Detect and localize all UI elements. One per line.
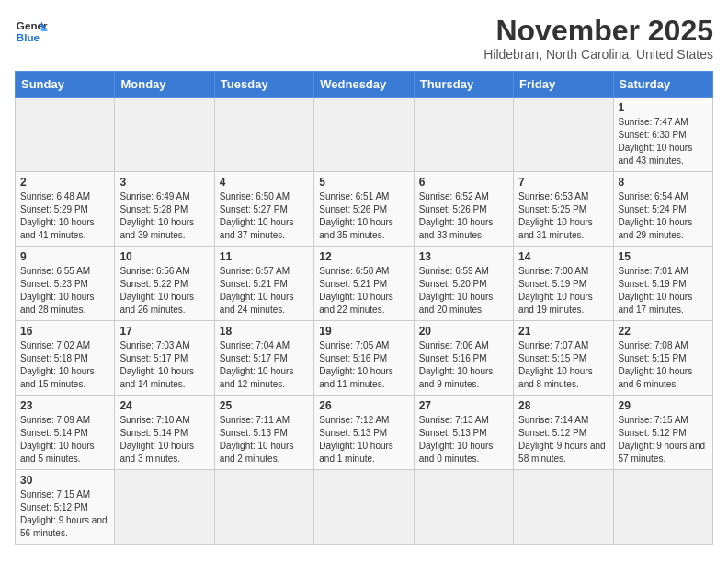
day-number: 22 xyxy=(619,325,708,338)
day-info: Sunrise: 6:58 AM Sunset: 5:21 PM Dayligh… xyxy=(319,265,408,316)
day-number: 20 xyxy=(419,325,508,338)
day-number: 6 xyxy=(419,176,508,189)
day-number: 15 xyxy=(619,250,708,263)
logo: General Blue xyxy=(15,15,48,48)
calendar-day-cell xyxy=(314,98,414,172)
calendar-day-cell: 21Sunrise: 7:07 AM Sunset: 5:15 PM Dayli… xyxy=(514,321,613,396)
calendar-day-cell: 5Sunrise: 6:51 AM Sunset: 5:26 PM Daylig… xyxy=(314,172,414,247)
day-number: 30 xyxy=(20,474,109,487)
day-number: 29 xyxy=(619,399,708,412)
calendar-day-cell xyxy=(214,470,313,545)
calendar-table: SundayMondayTuesdayWednesdayThursdayFrid… xyxy=(15,71,713,545)
day-info: Sunrise: 6:57 AM Sunset: 5:21 PM Dayligh… xyxy=(220,265,309,316)
calendar-day-cell: 6Sunrise: 6:52 AM Sunset: 5:26 PM Daylig… xyxy=(414,172,513,247)
day-number: 13 xyxy=(419,250,508,263)
calendar-day-cell: 16Sunrise: 7:02 AM Sunset: 5:18 PM Dayli… xyxy=(16,321,115,396)
calendar-day-cell: 18Sunrise: 7:04 AM Sunset: 5:17 PM Dayli… xyxy=(214,321,313,396)
title-block: November 2025 Hildebran, North Carolina,… xyxy=(483,15,713,62)
weekday-header: Sunday xyxy=(16,72,115,98)
day-info: Sunrise: 7:47 AM Sunset: 6:30 PM Dayligh… xyxy=(619,116,708,167)
day-info: Sunrise: 6:51 AM Sunset: 5:26 PM Dayligh… xyxy=(319,190,408,242)
day-number: 21 xyxy=(518,325,608,338)
day-number: 17 xyxy=(119,325,209,338)
calendar-day-cell: 14Sunrise: 7:00 AM Sunset: 5:19 PM Dayli… xyxy=(514,247,613,321)
day-info: Sunrise: 6:50 AM Sunset: 5:27 PM Dayligh… xyxy=(220,190,309,242)
day-number: 9 xyxy=(20,250,109,263)
calendar-day-cell: 1Sunrise: 7:47 AM Sunset: 6:30 PM Daylig… xyxy=(613,98,712,172)
day-info: Sunrise: 7:14 AM Sunset: 5:12 PM Dayligh… xyxy=(518,414,608,465)
calendar-day-cell xyxy=(414,98,513,172)
day-info: Sunrise: 6:55 AM Sunset: 5:23 PM Dayligh… xyxy=(20,265,109,316)
calendar-day-cell: 8Sunrise: 6:54 AM Sunset: 5:24 PM Daylig… xyxy=(613,172,712,247)
day-info: Sunrise: 7:03 AM Sunset: 5:17 PM Dayligh… xyxy=(119,339,209,391)
weekday-header: Thursday xyxy=(414,72,513,98)
svg-text:Blue: Blue xyxy=(17,31,40,43)
calendar-day-cell: 2Sunrise: 6:48 AM Sunset: 5:29 PM Daylig… xyxy=(16,172,115,247)
calendar-day-cell: 15Sunrise: 7:01 AM Sunset: 5:19 PM Dayli… xyxy=(613,247,712,321)
day-info: Sunrise: 6:54 AM Sunset: 5:24 PM Dayligh… xyxy=(619,190,708,242)
day-info: Sunrise: 6:52 AM Sunset: 5:26 PM Dayligh… xyxy=(419,190,508,242)
day-info: Sunrise: 7:07 AM Sunset: 5:15 PM Dayligh… xyxy=(518,339,608,391)
day-number: 8 xyxy=(619,176,708,189)
day-number: 1 xyxy=(619,101,708,114)
calendar-day-cell: 17Sunrise: 7:03 AM Sunset: 5:17 PM Dayli… xyxy=(115,321,214,396)
day-info: Sunrise: 7:12 AM Sunset: 5:13 PM Dayligh… xyxy=(319,414,408,465)
calendar-day-cell: 28Sunrise: 7:14 AM Sunset: 5:12 PM Dayli… xyxy=(514,396,613,470)
calendar-day-cell: 10Sunrise: 6:56 AM Sunset: 5:22 PM Dayli… xyxy=(115,247,214,321)
calendar-day-cell xyxy=(214,98,313,172)
calendar-day-cell: 11Sunrise: 6:57 AM Sunset: 5:21 PM Dayli… xyxy=(214,247,313,321)
calendar-day-cell: 24Sunrise: 7:10 AM Sunset: 5:14 PM Dayli… xyxy=(115,396,214,470)
day-info: Sunrise: 7:05 AM Sunset: 5:16 PM Dayligh… xyxy=(319,339,408,391)
day-info: Sunrise: 7:08 AM Sunset: 5:15 PM Dayligh… xyxy=(619,339,708,391)
day-info: Sunrise: 7:09 AM Sunset: 5:14 PM Dayligh… xyxy=(20,414,109,465)
calendar-day-cell: 30Sunrise: 7:15 AM Sunset: 5:12 PM Dayli… xyxy=(16,470,115,545)
day-info: Sunrise: 7:11 AM Sunset: 5:13 PM Dayligh… xyxy=(220,414,309,465)
calendar-week-row: 23Sunrise: 7:09 AM Sunset: 5:14 PM Dayli… xyxy=(16,396,713,470)
weekday-header: Saturday xyxy=(613,72,712,98)
calendar-day-cell: 22Sunrise: 7:08 AM Sunset: 5:15 PM Dayli… xyxy=(613,321,712,396)
calendar-day-cell xyxy=(514,470,613,545)
day-number: 28 xyxy=(518,399,608,412)
calendar-week-row: 1Sunrise: 7:47 AM Sunset: 6:30 PM Daylig… xyxy=(16,98,713,172)
weekday-header: Friday xyxy=(514,72,613,98)
calendar-day-cell: 20Sunrise: 7:06 AM Sunset: 5:16 PM Dayli… xyxy=(414,321,513,396)
location: Hildebran, North Carolina, United States xyxy=(483,47,713,62)
calendar-day-cell: 7Sunrise: 6:53 AM Sunset: 5:25 PM Daylig… xyxy=(514,172,613,247)
day-number: 19 xyxy=(319,325,408,338)
calendar-day-cell xyxy=(16,98,115,172)
calendar-day-cell xyxy=(414,470,513,545)
weekday-header: Wednesday xyxy=(314,72,414,98)
day-number: 14 xyxy=(518,250,608,263)
day-number: 12 xyxy=(319,250,408,263)
calendar-day-cell xyxy=(115,98,214,172)
day-info: Sunrise: 6:59 AM Sunset: 5:20 PM Dayligh… xyxy=(419,265,508,316)
page-header: General Blue November 2025 Hildebran, No… xyxy=(15,15,713,62)
calendar-header: SundayMondayTuesdayWednesdayThursdayFrid… xyxy=(16,72,713,98)
month-title: November 2025 xyxy=(483,15,713,47)
weekday-header: Tuesday xyxy=(214,72,313,98)
day-number: 23 xyxy=(20,399,109,412)
day-info: Sunrise: 7:04 AM Sunset: 5:17 PM Dayligh… xyxy=(220,339,309,391)
calendar-week-row: 9Sunrise: 6:55 AM Sunset: 5:23 PM Daylig… xyxy=(16,247,713,321)
day-number: 3 xyxy=(119,176,209,189)
calendar-body: 1Sunrise: 7:47 AM Sunset: 6:30 PM Daylig… xyxy=(16,98,713,545)
day-number: 24 xyxy=(119,399,209,412)
calendar-day-cell: 26Sunrise: 7:12 AM Sunset: 5:13 PM Dayli… xyxy=(314,396,414,470)
day-info: Sunrise: 7:15 AM Sunset: 5:12 PM Dayligh… xyxy=(619,414,708,465)
calendar-day-cell xyxy=(514,98,613,172)
calendar-week-row: 16Sunrise: 7:02 AM Sunset: 5:18 PM Dayli… xyxy=(16,321,713,396)
calendar-day-cell: 3Sunrise: 6:49 AM Sunset: 5:28 PM Daylig… xyxy=(115,172,214,247)
day-number: 2 xyxy=(20,176,109,189)
day-info: Sunrise: 7:10 AM Sunset: 5:14 PM Dayligh… xyxy=(119,414,209,465)
day-info: Sunrise: 7:13 AM Sunset: 5:13 PM Dayligh… xyxy=(419,414,508,465)
day-info: Sunrise: 6:53 AM Sunset: 5:25 PM Dayligh… xyxy=(518,190,608,242)
day-number: 11 xyxy=(220,250,309,263)
day-number: 27 xyxy=(419,399,508,412)
day-info: Sunrise: 6:56 AM Sunset: 5:22 PM Dayligh… xyxy=(119,265,209,316)
calendar-day-cell: 27Sunrise: 7:13 AM Sunset: 5:13 PM Dayli… xyxy=(414,396,513,470)
day-number: 7 xyxy=(518,176,608,189)
day-number: 4 xyxy=(220,176,309,189)
calendar-day-cell: 4Sunrise: 6:50 AM Sunset: 5:27 PM Daylig… xyxy=(214,172,313,247)
day-info: Sunrise: 7:15 AM Sunset: 5:12 PM Dayligh… xyxy=(20,488,109,540)
day-number: 26 xyxy=(319,399,408,412)
